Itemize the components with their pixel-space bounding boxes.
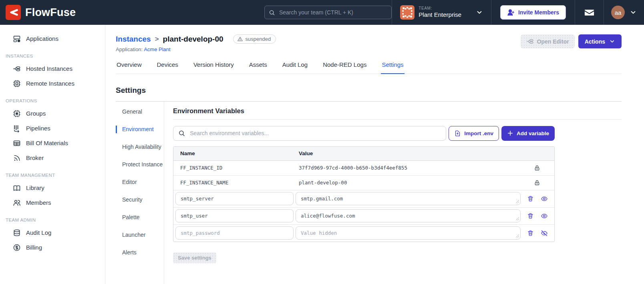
settings-nav: General Environment High Availability Pr… — [116, 102, 164, 284]
add-variable-button[interactable]: Add variable — [501, 126, 555, 141]
team-avatar — [400, 5, 415, 20]
settings-title: Settings — [116, 86, 622, 95]
sidebar-item-pipelines[interactable]: Pipelines — [0, 121, 105, 136]
application-label: Application: — [116, 46, 143, 52]
sidebar-item-broker[interactable]: Broker — [0, 150, 105, 165]
settings-nav-protect-instance[interactable]: Protect Instance — [116, 161, 164, 168]
tab-overview[interactable]: Overview — [116, 61, 143, 74]
flowfuse-app: FlowFuse — [0, 0, 644, 284]
breadcrumb: Instances > plant-develop-00 suspended — [116, 34, 276, 44]
settings-nav-environment[interactable]: Environment — [116, 126, 164, 133]
trash-icon — [527, 195, 534, 202]
env-search-input[interactable] — [189, 130, 441, 137]
sidebar-item-remote-instances[interactable]: Remote Instances — [0, 76, 105, 91]
settings-nav-general[interactable]: General — [116, 108, 164, 116]
status-badge-label: suspended — [246, 36, 271, 42]
env-var-row: FF_INSTANCE_ID 37f7d969-97cd-4000-b650-b… — [173, 161, 554, 176]
tab-audit-log[interactable]: Audit Log — [282, 61, 308, 74]
notifications-button[interactable] — [575, 0, 604, 25]
env-var-value-input[interactable] — [296, 192, 521, 205]
page-head: Instances > plant-develop-00 suspended A… — [116, 34, 622, 52]
lock-icon — [534, 165, 540, 171]
settings-nav-security[interactable]: Security — [116, 196, 164, 204]
delete-variable-button[interactable] — [526, 194, 535, 203]
actions-button[interactable]: Actions — [578, 34, 622, 48]
env-variables-table: Name Value FF_INSTANCE_ID 37f7d969-97cd-… — [173, 146, 555, 242]
settings-nav-editor[interactable]: Editor — [116, 178, 164, 186]
pipelines-icon — [13, 124, 21, 132]
sidebar-item-hosted-instances[interactable]: Hosted Instances — [0, 61, 105, 76]
sidebar-item-groups[interactable]: Groups — [0, 106, 105, 121]
sidebar: Applications INSTANCES Hosted Instances … — [0, 25, 105, 284]
flowfuse-logo-icon — [6, 5, 21, 20]
eye-off-icon — [541, 230, 548, 237]
sidebar-item-label: Broker — [26, 154, 44, 161]
env-var-value-input[interactable] — [296, 209, 521, 222]
toggle-visibility-button[interactable] — [540, 194, 549, 203]
main-content: Instances > plant-develop-00 suspended A… — [105, 25, 644, 284]
sidebar-item-applications[interactable]: Applications — [0, 31, 105, 46]
settings-nav-palette[interactable]: Palette — [116, 214, 164, 221]
sidebar-item-label: Billing — [26, 244, 42, 251]
lock-icon — [534, 180, 540, 186]
import-env-button[interactable]: Import .env — [449, 126, 499, 141]
sidebar-item-label: Bill Of Materials — [26, 140, 68, 146]
tab-settings[interactable]: Settings — [381, 61, 404, 74]
env-var-name-input[interactable] — [175, 226, 294, 240]
application-line: Application: Acme Plant — [116, 46, 276, 52]
search-icon — [178, 130, 185, 137]
team-name: Plant Enterprise — [419, 11, 461, 19]
bill-of-materials-icon — [13, 139, 21, 147]
breadcrumb-instances-link[interactable]: Instances — [116, 35, 151, 44]
sidebar-item-bill-of-materials[interactable]: Bill Of Materials — [0, 136, 105, 150]
members-icon — [13, 199, 21, 207]
sidebar-item-label: Library — [26, 184, 44, 191]
team-switcher[interactable]: TEAM: Plant Enterprise — [392, 0, 491, 25]
eye-icon — [541, 195, 548, 202]
trash-icon — [527, 212, 534, 219]
env-var-name-input[interactable] — [175, 209, 294, 222]
invite-members-button[interactable]: Invite Members — [500, 5, 566, 20]
add-variable-label: Add variable — [517, 130, 549, 136]
chevron-down-icon — [476, 9, 483, 16]
user-menu[interactable]: aa — [604, 0, 644, 25]
env-var-value-input[interactable] — [296, 226, 521, 240]
status-badge: suspended — [233, 34, 276, 44]
sidebar-item-billing[interactable]: Billing — [0, 240, 105, 255]
team-meta: TEAM: Plant Enterprise — [419, 6, 461, 18]
chevron-down-icon — [630, 9, 637, 16]
env-var-value: plant-develop-00 — [292, 180, 520, 186]
settings-nav-high-availability[interactable]: High Availability — [116, 143, 164, 151]
toggle-visibility-button[interactable] — [540, 212, 549, 220]
env-var-name-input[interactable] — [175, 192, 294, 205]
billing-icon — [13, 244, 21, 252]
head-actions: Open Editor Actions — [521, 34, 622, 48]
tab-node-red-logs[interactable]: Node-RED Logs — [322, 61, 367, 74]
locked-indicator — [520, 165, 554, 171]
settings-nav-launcher[interactable]: Launcher — [116, 231, 164, 239]
environment-variables-zone: Import .env Add variable Name Value — [173, 126, 555, 263]
sidebar-item-members[interactable]: Members — [0, 195, 105, 210]
settings-nav-alerts[interactable]: Alerts — [116, 249, 164, 256]
tab-assets[interactable]: Assets — [248, 61, 268, 74]
home-link[interactable]: FlowFuse — [0, 5, 76, 20]
save-settings-button[interactable]: Save settings — [173, 252, 216, 263]
library-icon — [13, 184, 21, 192]
remote-instances-icon — [13, 80, 21, 88]
application-link[interactable]: Acme Plant — [144, 46, 170, 52]
brand-name: FlowFuse — [25, 6, 76, 19]
toggle-visibility-button[interactable] — [540, 229, 549, 238]
tab-version-history[interactable]: Version History — [193, 61, 235, 74]
open-editor-label: Open Editor — [537, 38, 569, 45]
tab-devices[interactable]: Devices — [156, 61, 179, 74]
sidebar-section-header: TEAM ADMIN — [0, 218, 105, 222]
delete-variable-button[interactable] — [526, 212, 535, 220]
sidebar-section-header: TEAM MANAGEMENT — [0, 173, 105, 178]
env-var-value-field — [296, 226, 521, 240]
sidebar-item-audit-log[interactable]: Audit Log — [0, 225, 105, 240]
sidebar-item-library[interactable]: Library — [0, 180, 105, 195]
team-search-input[interactable] — [278, 9, 387, 16]
open-editor-button[interactable]: Open Editor — [521, 34, 575, 48]
navbar-right: TEAM: Plant Enterprise Invite Members — [392, 0, 644, 25]
delete-variable-button[interactable] — [526, 229, 535, 237]
